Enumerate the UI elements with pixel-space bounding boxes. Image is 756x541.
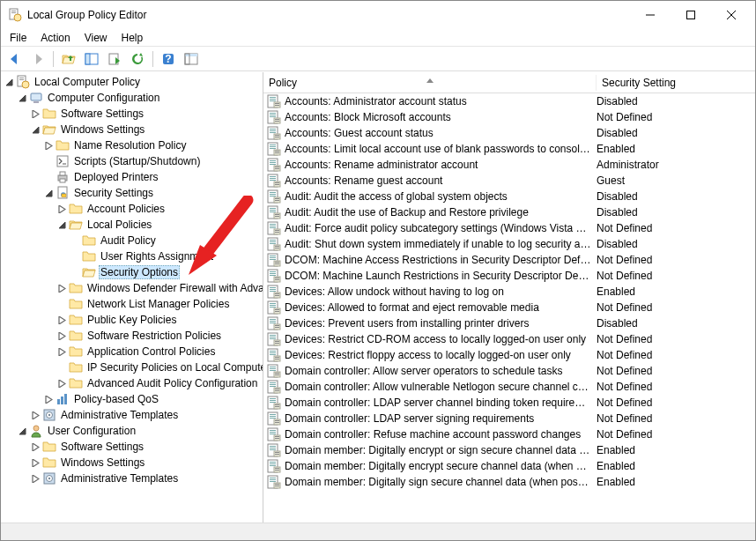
policy-row[interactable]: Accounts: Rename guest accountGuest — [263, 173, 755, 189]
tree-security-options[interactable]: Security Options — [99, 265, 180, 279]
policy-row[interactable]: Accounts: Block Microsoft accountsNot De… — [263, 109, 755, 125]
tree-pane[interactable]: Local Computer Policy Computer Configura… — [1, 72, 263, 522]
expand-icon[interactable] — [56, 203, 68, 215]
menu-action[interactable]: Action — [33, 30, 77, 46]
policy-row[interactable]: Domain member: Digitally encrypt or sign… — [263, 442, 755, 458]
tree-windows-settings[interactable]: Windows Settings — [59, 123, 146, 136]
expand-icon[interactable] — [29, 107, 41, 120]
refresh-button[interactable] — [127, 49, 148, 69]
policy-row[interactable]: Devices: Prevent users from installing p… — [263, 315, 755, 331]
tree-deployed-printers[interactable]: Deployed Printers — [72, 171, 159, 183]
tree-srp[interactable]: Software Restriction Policies — [85, 330, 223, 342]
column-policy[interactable]: Policy — [263, 75, 597, 91]
policy-name: Accounts: Block Microsoft accounts — [285, 111, 597, 123]
expand-icon[interactable] — [29, 409, 41, 421]
tree-u-windows[interactable]: Windows Settings — [59, 456, 146, 469]
expand-icon[interactable] — [16, 425, 28, 437]
expand-icon[interactable] — [56, 345, 68, 358]
expand-icon[interactable] — [56, 219, 68, 231]
policy-value: Enabled — [597, 444, 635, 456]
policy-row[interactable]: Accounts: Administrator account statusDi… — [263, 93, 755, 109]
policy-name: Devices: Restrict floppy access to local… — [285, 349, 597, 361]
tree-user-config[interactable]: User Configuration — [46, 425, 137, 437]
tree-acp[interactable]: Application Control Policies — [85, 345, 217, 358]
show-hide-tree-button[interactable] — [81, 49, 102, 69]
expand-icon[interactable] — [56, 377, 68, 389]
policy-row[interactable]: Domain member: Digitally sign secure cha… — [263, 474, 755, 490]
policy-value: Not Defined — [597, 111, 652, 123]
tree-local-policies[interactable]: Local Policies — [85, 219, 153, 231]
policy-row[interactable]: Domain controller: Refuse machine accoun… — [263, 426, 755, 442]
tree-scripts[interactable]: Scripts (Startup/Shutdown) — [72, 155, 202, 167]
tree-computer-config[interactable]: Computer Configuration — [46, 92, 161, 104]
policy-value: Disabled — [597, 95, 638, 107]
policy-row[interactable]: Domain controller: Allow vulnerable Netl… — [263, 379, 755, 395]
expand-icon[interactable] — [29, 441, 41, 453]
tree-ipsec[interactable]: IP Security Policies on Local Computer — [85, 361, 263, 374]
policy-icon — [267, 427, 281, 441]
tree-u-admin[interactable]: Administrative Templates — [59, 472, 180, 485]
tree-user-rights[interactable]: User Rights Assignment — [99, 250, 215, 263]
computer-icon — [29, 91, 43, 105]
expand-icon[interactable] — [56, 314, 68, 326]
policy-row[interactable]: Devices: Restrict floppy access to local… — [263, 347, 755, 363]
column-setting[interactable]: Security Setting — [597, 75, 755, 91]
policy-row[interactable]: Audit: Audit the access of global system… — [263, 189, 755, 204]
filter-button[interactable] — [181, 49, 202, 69]
policy-row[interactable]: Accounts: Limit local account use of bla… — [263, 141, 755, 157]
policy-icon — [267, 396, 281, 410]
tree-security-settings[interactable]: Security Settings — [72, 187, 155, 199]
policy-row[interactable]: Domain controller: LDAP server signing r… — [263, 411, 755, 426]
expand-icon[interactable] — [42, 139, 55, 152]
tree-pqos[interactable]: Policy-based QoS — [72, 393, 160, 405]
tree-root[interactable]: Local Computer Policy — [33, 76, 142, 88]
toolbar: ? — [1, 47, 755, 71]
close-button[interactable] — [711, 1, 752, 29]
policy-row[interactable]: DCOM: Machine Access Restrictions in Sec… — [263, 252, 755, 268]
menu-help[interactable]: Help — [115, 30, 151, 46]
policy-row[interactable]: Accounts: Rename administrator accountAd… — [263, 157, 755, 173]
tree-wdfw[interactable]: Windows Defender Firewall with Advanced … — [85, 282, 263, 294]
help-button[interactable]: ? — [158, 49, 179, 69]
export-button[interactable] — [104, 49, 125, 69]
menu-view[interactable]: View — [78, 30, 115, 46]
policy-icon — [267, 189, 281, 204]
tree-aap[interactable]: Advanced Audit Policy Configuration — [85, 377, 259, 389]
expand-icon[interactable] — [56, 330, 68, 342]
minimize-button[interactable] — [630, 1, 671, 29]
policy-row[interactable]: Audit: Shut down system immediately if u… — [263, 236, 755, 252]
policy-row[interactable]: Devices: Restrict CD-ROM access to local… — [263, 331, 755, 347]
tree-nlm[interactable]: Network List Manager Policies — [85, 298, 231, 310]
policy-row[interactable]: Audit: Force audit policy subcategory se… — [263, 220, 755, 236]
expand-icon[interactable] — [56, 282, 68, 294]
policy-row[interactable]: Devices: Allow undock without having to … — [263, 284, 755, 300]
tree-audit-policy[interactable]: Audit Policy — [99, 234, 158, 247]
expand-icon[interactable] — [42, 393, 55, 405]
policy-list[interactable]: Accounts: Administrator account statusDi… — [263, 93, 755, 522]
policy-row[interactable]: DCOM: Machine Launch Restrictions in Sec… — [263, 268, 755, 284]
tree-account-policies[interactable]: Account Policies — [85, 203, 167, 215]
tree-u-software[interactable]: Software Settings — [59, 441, 145, 453]
policy-row[interactable]: Accounts: Guest account statusDisabled — [263, 125, 755, 141]
forward-button[interactable] — [27, 49, 48, 69]
tree-software-settings[interactable]: Software Settings — [59, 107, 145, 120]
tree-name-res[interactable]: Name Resolution Policy — [72, 139, 188, 152]
expand-icon[interactable] — [29, 123, 41, 136]
maximize-button[interactable] — [671, 1, 711, 29]
policy-name: Domain member: Digitally sign secure cha… — [285, 476, 597, 488]
tree-pkp[interactable]: Public Key Policies — [85, 314, 178, 326]
menu-file[interactable]: File — [3, 30, 33, 46]
expand-icon[interactable] — [29, 472, 41, 485]
up-button[interactable] — [58, 49, 79, 69]
expand-icon[interactable] — [42, 187, 55, 199]
policy-row[interactable]: Domain controller: LDAP server channel b… — [263, 395, 755, 411]
policy-row[interactable]: Domain controller: Allow server operator… — [263, 363, 755, 379]
expand-icon[interactable] — [16, 92, 28, 104]
policy-row[interactable]: Domain member: Digitally encrypt secure … — [263, 458, 755, 474]
expand-icon[interactable] — [3, 76, 15, 88]
expand-icon[interactable] — [29, 456, 41, 469]
back-button[interactable] — [4, 49, 26, 69]
policy-row[interactable]: Audit: Audit the use of Backup and Resto… — [263, 204, 755, 220]
policy-row[interactable]: Devices: Allowed to format and eject rem… — [263, 300, 755, 315]
tree-admin-templates[interactable]: Administrative Templates — [59, 409, 180, 421]
